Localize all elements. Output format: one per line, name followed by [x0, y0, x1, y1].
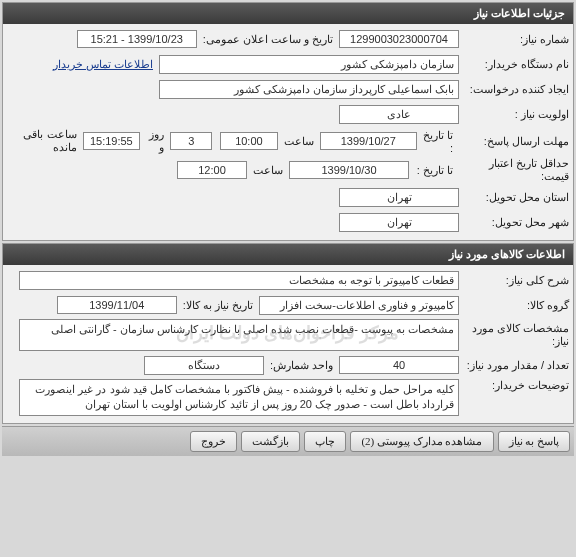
spec-label: مشخصات کالای مورد نیاز:	[459, 322, 569, 348]
announce-label: تاریخ و ساعت اعلان عمومی:	[197, 33, 339, 46]
qty-field: 40	[339, 356, 459, 374]
panel1-body: شماره نیاز: 1299003023000704 تاریخ و ساع…	[3, 24, 573, 240]
city-label: شهر محل تحویل:	[459, 216, 569, 229]
buyer-notes-label: توضیحات خریدار:	[459, 379, 569, 392]
province-field: تهران	[339, 188, 459, 207]
buyer-label: نام دستگاه خریدار:	[459, 58, 569, 71]
time-label-1: ساعت	[278, 135, 320, 148]
spec-field: مشخصات به پیوست -قطعات نصب شده اصلی با ن…	[19, 319, 459, 351]
deadline-time-field: 10:00	[220, 132, 278, 150]
time-label-2: ساعت	[247, 164, 289, 177]
buyer-field: سازمان دامپزشکی کشور	[159, 55, 459, 74]
requester-label: ایجاد کننده درخواست:	[459, 83, 569, 96]
row-group: گروه کالا: کامپیوتر و فناوری اطلاعات-سخت…	[7, 294, 569, 316]
row-province: استان محل تحویل: تهران	[7, 186, 569, 208]
group-label: گروه کالا:	[459, 299, 569, 312]
countdown-field: 15:19:55	[83, 132, 141, 150]
button-bar: پاسخ به نیاز مشاهده مدارک پیوستی (2) چاپ…	[2, 426, 574, 456]
need-details-panel: جزئیات اطلاعات نیاز شماره نیاز: 12990030…	[2, 2, 574, 241]
group-field: کامپیوتر و فناوری اطلاعات-سخت افزار	[259, 296, 459, 315]
validity-date-field: 1399/10/30	[289, 161, 409, 179]
requester-field: بابک اسماعیلی کارپرداز سازمان دامپزشکی ک…	[159, 80, 459, 99]
row-city: شهر محل تحویل: تهران	[7, 211, 569, 233]
unit-label: واحد شمارش:	[264, 359, 339, 372]
days-label: روز و	[140, 128, 170, 154]
remain-label: ساعت باقی مانده	[7, 128, 83, 154]
attachments-button[interactable]: مشاهده مدارک پیوستی (2)	[350, 431, 493, 452]
exit-button[interactable]: خروج	[190, 431, 237, 452]
deadline-label: مهلت ارسال پاسخ:	[459, 135, 569, 148]
row-deadline: مهلت ارسال پاسخ: تا تاریخ : 1399/10/27 س…	[7, 128, 569, 154]
desc-field: قطعات کامپیوتر با توجه به مشخصات	[19, 271, 459, 290]
row-validity: حداقل تاریخ اعتبار قیمت: تا تاریخ : 1399…	[7, 157, 569, 183]
need-number-label: شماره نیاز:	[459, 33, 569, 46]
reply-button[interactable]: پاسخ به نیاز	[498, 431, 571, 452]
back-button[interactable]: بازگشت	[241, 431, 300, 452]
row-need-number: شماره نیاز: 1299003023000704 تاریخ و ساع…	[7, 28, 569, 50]
row-desc: شرح کلی نیاز: قطعات کامپیوتر با توجه به …	[7, 269, 569, 291]
days-field: 3	[170, 132, 212, 150]
row-buyer-notes: توضیحات خریدار: کلیه مراحل حمل و تخلیه ب…	[7, 379, 569, 416]
row-qty: تعداد / مقدار مورد نیاز: 40 واحد شمارش: …	[7, 354, 569, 376]
qty-label: تعداد / مقدار مورد نیاز:	[459, 359, 569, 372]
until-label: تا تاریخ :	[417, 129, 459, 154]
desc-label: شرح کلی نیاز:	[459, 274, 569, 287]
unit-field: دستگاه	[144, 356, 264, 375]
row-buyer: نام دستگاه خریدار: سازمان دامپزشکی کشور …	[7, 53, 569, 75]
until-label-2: تا تاریخ :	[409, 164, 459, 177]
city-field: تهران	[339, 213, 459, 232]
contact-link[interactable]: اطلاعات تماس خریدار	[53, 58, 159, 71]
validity-label: حداقل تاریخ اعتبار قیمت:	[459, 157, 569, 183]
panel2-body: مرکز فراخوان‌های دولت ایران شرح کلی نیاز…	[3, 265, 573, 423]
goods-info-panel: اطلاعات کالاهای مورد نیاز مرکز فراخوان‌ه…	[2, 243, 574, 424]
panel1-header: جزئیات اطلاعات نیاز	[3, 3, 573, 24]
announce-field: 1399/10/23 - 15:21	[77, 30, 197, 48]
need-number-field: 1299003023000704	[339, 30, 459, 48]
need-date-field: 1399/11/04	[57, 296, 177, 314]
need-date-label: تاریخ نیاز به کالا:	[177, 299, 259, 312]
priority-field: عادی	[339, 105, 459, 124]
row-spec: مشخصات کالای مورد نیاز: مشخصات به پیوست …	[7, 319, 569, 351]
deadline-date-field: 1399/10/27	[320, 132, 417, 150]
panel2-header: اطلاعات کالاهای مورد نیاز	[3, 244, 573, 265]
priority-label: اولویت نیاز :	[459, 108, 569, 121]
print-button[interactable]: چاپ	[304, 431, 346, 452]
row-requester: ایجاد کننده درخواست: بابک اسماعیلی کارپر…	[7, 78, 569, 100]
buyer-notes-field: کلیه مراحل حمل و تخلیه با فروشنده - پیش …	[19, 379, 459, 416]
validity-time-field: 12:00	[177, 161, 247, 179]
province-label: استان محل تحویل:	[459, 191, 569, 204]
row-priority: اولویت نیاز : عادی	[7, 103, 569, 125]
